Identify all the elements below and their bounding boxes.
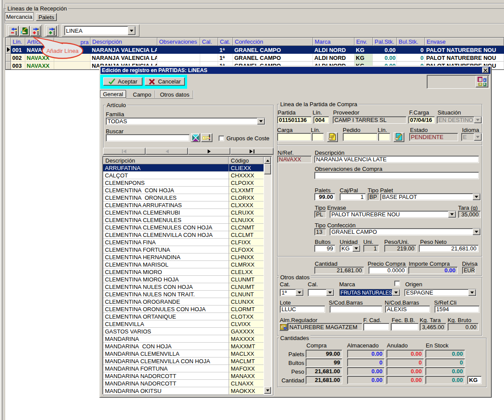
svg-text:Añadir Línea: Añadir Línea [46, 48, 79, 54]
